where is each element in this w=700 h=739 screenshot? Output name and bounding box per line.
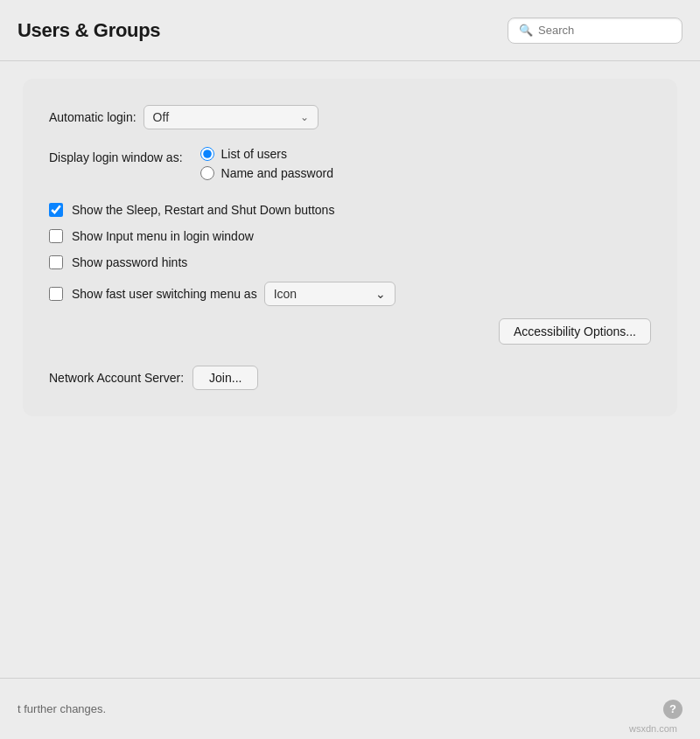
login-window-section: Display login window as: List of users N… <box>49 147 651 185</box>
radio-list-of-users-label: List of users <box>221 147 287 161</box>
settings-panel: Automatic login: Off ⌄ Display login win… <box>23 79 677 416</box>
automatic-login-select[interactable]: Off ⌄ <box>144 105 318 129</box>
search-box[interactable]: 🔍 <box>508 17 682 44</box>
fast-switch-label: Show fast user switching menu as <box>72 287 257 301</box>
checkbox-password-hints[interactable] <box>49 255 63 269</box>
checkbox-input-menu[interactable] <box>49 229 63 243</box>
checkbox-input-menu-label: Show Input menu in login window <box>72 229 254 243</box>
automatic-login-value: Off <box>153 110 169 124</box>
fast-switch-chevron-icon: ⌄ <box>375 287 386 301</box>
automatic-login-row: Automatic login: Off ⌄ <box>49 105 651 129</box>
network-account-server-label: Network Account Server: <box>49 371 184 385</box>
radio-name-password-input[interactable] <box>200 166 214 180</box>
main-content: Automatic login: Off ⌄ Display login win… <box>0 70 700 425</box>
watermark: wsxdn.com <box>629 723 677 734</box>
fast-user-switching-row: Show fast user switching menu as Icon ⌄ <box>49 282 651 306</box>
checkbox-fast-switch[interactable] <box>49 287 63 301</box>
header: Users & Groups 🔍 <box>0 0 700 60</box>
help-button[interactable]: ? <box>663 700 682 719</box>
accessibility-options-button[interactable]: Accessibility Options... <box>499 318 651 345</box>
checkbox-input-menu-row: Show Input menu in login window <box>49 229 651 243</box>
checkbox-sleep-row: Show the Sleep, Restart and Shut Down bu… <box>49 203 651 217</box>
footer-text: t further changes. <box>18 702 106 715</box>
login-window-options: List of users Name and password <box>200 147 333 185</box>
footer: t further changes. ? <box>0 678 700 739</box>
checkbox-password-hints-row: Show password hints <box>49 255 651 269</box>
radio-list-of-users: List of users <box>200 147 333 161</box>
login-window-label: Display login window as: <box>49 147 183 168</box>
checkbox-sleep[interactable] <box>49 203 63 217</box>
checkbox-sleep-label: Show the Sleep, Restart and Shut Down bu… <box>72 203 334 217</box>
page-title: Users & Groups <box>18 19 160 42</box>
checkbox-password-hints-label: Show password hints <box>72 255 187 269</box>
fast-switch-value: Icon <box>274 287 297 301</box>
automatic-login-label: Automatic login: <box>49 110 136 124</box>
accessibility-button-row: Accessibility Options... <box>49 318 651 345</box>
search-input[interactable] <box>538 24 671 37</box>
join-button[interactable]: Join... <box>192 366 258 390</box>
search-icon: 🔍 <box>519 24 533 37</box>
chevron-icon: ⌄ <box>300 111 309 123</box>
header-divider <box>0 60 700 61</box>
radio-name-password: Name and password <box>200 166 333 180</box>
network-account-server-row: Network Account Server: Join... <box>49 366 651 390</box>
radio-name-password-label: Name and password <box>221 166 333 180</box>
radio-list-of-users-input[interactable] <box>200 147 214 161</box>
fast-switch-select[interactable]: Icon ⌄ <box>264 282 396 306</box>
